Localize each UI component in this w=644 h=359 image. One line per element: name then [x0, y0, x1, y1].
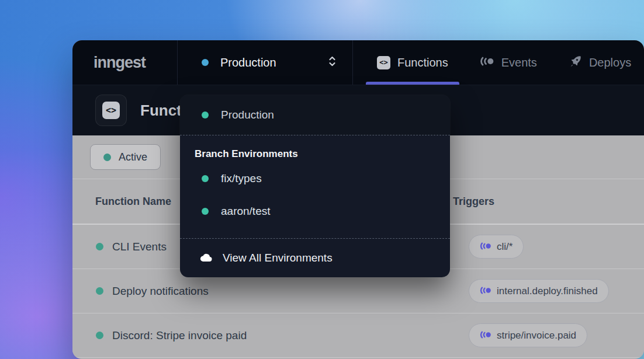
dropdown-item-production[interactable]: Production: [180, 95, 450, 135]
chevron-up-down-icon: [327, 55, 337, 70]
environment-selector-label: Production: [220, 56, 276, 69]
dropdown-item-branch[interactable]: aaron/test: [180, 195, 450, 228]
tab-events-label: Events: [501, 56, 537, 69]
trigger-badge: stripe/invoice.paid: [469, 323, 587, 347]
tab-functions[interactable]: <> Functions: [366, 40, 459, 85]
top-navbar: inngest Production <> Functions: [72, 40, 644, 85]
branch-name: fix/types: [221, 172, 262, 185]
event-stream-icon: [480, 330, 491, 341]
page-icon-box: <>: [95, 95, 127, 126]
trigger-name: cli/*: [497, 241, 513, 253]
nav-tabs: <> Functions Events: [356, 40, 642, 85]
cloud-icon: [199, 252, 213, 264]
trigger-name: stripe/invoice.paid: [497, 330, 576, 341]
view-all-environments-item[interactable]: View All Environments: [180, 239, 450, 277]
code-icon: <>: [102, 102, 120, 119]
function-name: Discord: Stripe invoice paid: [112, 329, 247, 342]
trigger-name: internal.deploy.finished: [497, 285, 598, 297]
function-name: CLI Events: [112, 241, 167, 253]
event-stream-icon: [480, 286, 491, 297]
branch-environments-section: Branch Environments fix/types aaron/test: [180, 135, 450, 239]
trigger-badge: internal.deploy.finished: [469, 279, 609, 303]
environment-status-dot: [202, 175, 209, 182]
trigger-badge: cli/*: [469, 235, 524, 259]
environment-status-dot: [202, 208, 209, 215]
logo-container: inngest: [72, 40, 178, 85]
active-filter-label: Active: [119, 151, 147, 163]
tab-events[interactable]: Events: [469, 40, 548, 85]
environment-status-dot: [202, 59, 209, 66]
rocket-icon: [569, 55, 582, 71]
environment-status-dot: [202, 111, 209, 118]
inngest-logo[interactable]: inngest: [94, 54, 146, 72]
view-all-environments-label: View All Environments: [223, 252, 333, 264]
dropdown-production-label: Production: [221, 109, 274, 121]
environment-dropdown: Production Branch Environments fix/types…: [180, 95, 450, 277]
active-status-dot: [103, 154, 111, 161]
tab-deploys-label: Deploys: [589, 56, 631, 69]
environment-selector[interactable]: Production: [178, 40, 353, 85]
function-status-dot: [96, 287, 103, 295]
column-header-triggers: Triggers: [453, 196, 644, 208]
tab-functions-label: Functions: [397, 56, 448, 69]
code-icon: <>: [377, 56, 390, 69]
event-stream-icon: [480, 242, 491, 252]
dropdown-item-branch[interactable]: fix/types: [180, 162, 450, 195]
branch-environments-title: Branch Environments: [195, 148, 450, 160]
tab-deploys[interactable]: Deploys: [558, 40, 642, 85]
branch-name: aaron/test: [221, 205, 271, 218]
table-row[interactable]: Discord: Stripe invoice paid stripe/invo…: [72, 313, 644, 358]
function-status-dot: [96, 243, 103, 250]
function-status-dot: [96, 332, 103, 339]
function-name: Deploy notifications: [112, 285, 209, 298]
active-filter-button[interactable]: Active: [90, 144, 161, 170]
event-stream-icon: [480, 57, 494, 68]
